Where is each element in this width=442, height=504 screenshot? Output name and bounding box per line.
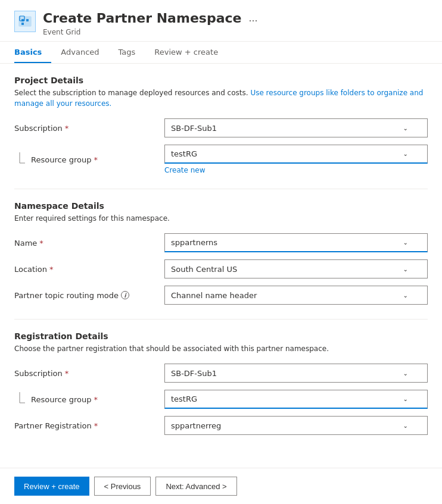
location-label: Location *	[14, 265, 157, 274]
subscription-required: *	[65, 124, 69, 133]
project-details-desc: Select the subscription to manage deploy…	[14, 87, 428, 109]
resource-group-dropdown[interactable]: testRG ⌄	[164, 145, 428, 164]
rg-chevron-icon: ⌄	[403, 151, 408, 157]
reg-subscription-label: Subscription *	[14, 369, 157, 378]
resource-groups-link[interactable]: Use resource groups like folders to orga…	[14, 89, 423, 108]
resource-group-label-container: Resource group *	[14, 152, 157, 167]
name-chevron-icon: ⌄	[403, 239, 408, 246]
partner-reg-required: *	[94, 421, 98, 430]
review-create-button[interactable]: Review + create	[14, 477, 89, 496]
partner-reg-chevron-icon: ⌄	[403, 422, 408, 429]
rg-required: *	[94, 155, 98, 164]
page-header: Create Partner Namespace ... Event Grid	[0, 0, 442, 42]
reg-rg-required: *	[94, 395, 98, 404]
name-required: *	[39, 239, 43, 248]
page-title-row: Create Partner Namespace ...	[43, 10, 428, 27]
resource-group-row: Resource group * testRG ⌄ Create new	[14, 145, 428, 174]
section-divider-1	[14, 189, 428, 189]
name-row: Name * sppartnerns ⌄	[14, 233, 428, 252]
subscription-chevron-icon: ⌄	[403, 125, 408, 132]
footer-bar: Review + create < Previous Next: Advance…	[0, 468, 442, 504]
partner-reg-dropdown[interactable]: sppartnerreg ⌄	[164, 416, 428, 435]
name-value: sppartnerns	[171, 238, 403, 247]
location-value: South Central US	[171, 265, 403, 274]
partner-reg-label: Partner Registration *	[14, 421, 157, 430]
tab-review-create[interactable]: Review + create	[145, 42, 228, 63]
location-chevron-icon: ⌄	[403, 266, 408, 273]
reg-rg-row: Resource group * testRG ⌄	[14, 390, 428, 409]
create-new-link[interactable]: Create new	[164, 166, 428, 174]
app-icon	[14, 11, 36, 32]
registration-details-desc: Choose the partner registration that sho…	[14, 343, 428, 354]
name-label: Name *	[14, 239, 157, 248]
header-text-group: Create Partner Namespace ... Event Grid	[43, 10, 428, 36]
reg-rg-label-container: Resource group *	[14, 392, 157, 406]
routing-mode-info-icon[interactable]: i	[121, 291, 129, 299]
previous-button[interactable]: < Previous	[94, 477, 151, 496]
project-details-title: Project Details	[14, 76, 428, 85]
resource-group-control: testRG ⌄ Create new	[164, 145, 428, 174]
name-dropdown[interactable]: sppartnerns ⌄	[164, 233, 428, 252]
reg-subscription-control: SB-DF-Sub1 ⌄	[164, 364, 428, 383]
routing-mode-value: Channel name header	[171, 291, 403, 300]
reg-rg-control: testRG ⌄	[164, 390, 428, 409]
reg-subscription-dropdown[interactable]: SB-DF-Sub1 ⌄	[164, 364, 428, 383]
reg-subscription-chevron-icon: ⌄	[403, 370, 408, 377]
location-control: South Central US ⌄	[164, 259, 428, 278]
routing-mode-dropdown[interactable]: Channel name header ⌄	[164, 286, 428, 305]
partner-reg-control: sppartnerreg ⌄	[164, 416, 428, 435]
reg-rg-value: testRG	[171, 395, 403, 403]
registration-details-section: Registration Details Choose the partner …	[14, 331, 428, 435]
reg-rg-chevron-icon: ⌄	[403, 396, 408, 402]
page-subtitle: Event Grid	[43, 28, 428, 36]
routing-mode-control: Channel name header ⌄	[164, 286, 428, 305]
name-control: sppartnerns ⌄	[164, 233, 428, 252]
main-content: Project Details Select the subscription …	[0, 64, 442, 480]
reg-rg-dropdown[interactable]: testRG ⌄	[164, 390, 428, 409]
partner-reg-value: sppartnerreg	[171, 421, 403, 430]
routing-mode-label: Partner topic routing mode i	[14, 291, 157, 300]
tab-bar: Basics Advanced Tags Review + create	[0, 42, 442, 64]
subscription-value: SB-DF-Sub1	[171, 124, 403, 133]
reg-subscription-row: Subscription * SB-DF-Sub1 ⌄	[14, 364, 428, 383]
section-divider-2	[14, 319, 428, 320]
more-options-button[interactable]: ...	[246, 10, 260, 27]
next-button[interactable]: Next: Advanced >	[155, 477, 236, 496]
registration-details-title: Registration Details	[14, 331, 428, 341]
namespace-details-section: Namespace Details Enter required setting…	[14, 201, 428, 305]
resource-group-value: testRG	[171, 149, 403, 158]
routing-mode-chevron-icon: ⌄	[403, 292, 408, 299]
tab-advanced[interactable]: Advanced	[51, 42, 108, 63]
reg-indent-bracket-icon	[14, 392, 25, 406]
partner-reg-row: Partner Registration * sppartnerreg ⌄	[14, 416, 428, 435]
namespace-details-desc: Enter required settings for this namespa…	[14, 213, 428, 224]
reg-subscription-value: SB-DF-Sub1	[171, 369, 403, 378]
namespace-details-title: Namespace Details	[14, 201, 428, 211]
routing-mode-row: Partner topic routing mode i Channel nam…	[14, 286, 428, 305]
indent-bracket-icon	[14, 152, 25, 167]
location-dropdown[interactable]: South Central US ⌄	[164, 259, 428, 278]
project-details-section: Project Details Select the subscription …	[14, 76, 428, 174]
location-row: Location * South Central US ⌄	[14, 259, 428, 278]
tab-tags[interactable]: Tags	[109, 42, 145, 63]
subscription-label: Subscription *	[14, 124, 157, 133]
subscription-control: SB-DF-Sub1 ⌄	[164, 118, 428, 137]
reg-subscription-required: *	[65, 369, 69, 378]
page-title: Create Partner Namespace	[43, 11, 241, 26]
subscription-row: Subscription * SB-DF-Sub1 ⌄	[14, 118, 428, 137]
tab-basics[interactable]: Basics	[14, 42, 51, 63]
svg-rect-0	[19, 17, 31, 26]
subscription-dropdown[interactable]: SB-DF-Sub1 ⌄	[164, 118, 428, 137]
location-required: *	[49, 265, 54, 274]
